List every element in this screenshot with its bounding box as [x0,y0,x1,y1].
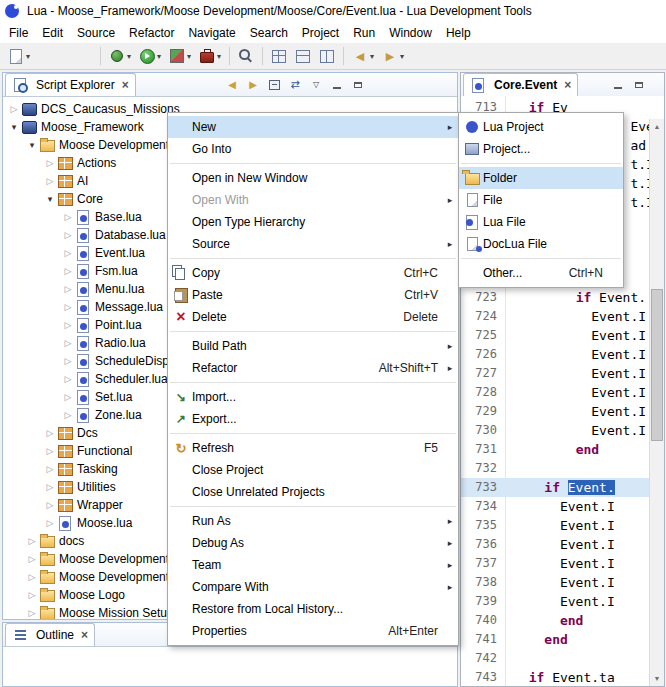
menu-item-build-path[interactable]: Build Path▸ [168,335,458,357]
menu-item-open-with[interactable]: Open With▸ [168,189,458,211]
collapsed-arrow-icon[interactable]: ▷ [43,500,57,510]
menu-item-copy[interactable]: CopyCtrl+C [168,262,458,284]
collapsed-arrow-icon[interactable]: ▷ [43,518,57,528]
collapsed-arrow-icon[interactable]: ▷ [43,176,57,186]
collapsed-arrow-icon[interactable]: ▷ [61,392,75,402]
menu-item-run-as[interactable]: Run As▸ [168,510,458,532]
close-icon[interactable]: × [564,79,571,91]
collapsed-arrow-icon[interactable]: ▷ [61,266,75,276]
collapsed-arrow-icon[interactable]: ▷ [43,158,57,168]
menubar-window[interactable]: Window [382,23,439,43]
search-button[interactable] [235,45,257,67]
collapsed-arrow-icon[interactable]: ▷ [25,590,39,600]
collapsed-arrow-icon[interactable]: ▷ [25,608,39,618]
code-line-733[interactable]: 733 if Event. [461,478,649,497]
code-line-741[interactable]: 741 end [461,630,649,649]
menu-item-refactor[interactable]: RefactorAlt+Shift+T▸ [168,357,458,379]
menubar-search[interactable]: Search [243,23,295,43]
collapse-all-icon[interactable] [267,78,281,92]
dropdown-arrow-icon[interactable]: ▾ [157,52,161,61]
menu-item-delete[interactable]: DeleteDelete [168,306,458,328]
menu-item-export[interactable]: Export... [168,408,458,430]
view-rows-button[interactable] [292,45,314,67]
menubar-project[interactable]: Project [295,23,346,43]
maximize-icon[interactable] [351,78,365,92]
menu-item-lua-file[interactable]: Lua File [459,211,623,233]
collapsed-arrow-icon[interactable]: ▷ [25,554,39,564]
close-icon[interactable]: × [122,79,129,91]
code-line-724[interactable]: 724 Event.I [461,307,649,326]
expanded-arrow-icon[interactable]: ▾ [7,122,21,132]
collapsed-arrow-icon[interactable]: ▷ [61,212,75,222]
view-menu-icon[interactable] [309,78,323,92]
menu-item-folder[interactable]: Folder [459,167,623,189]
run-button[interactable]: ▾ [136,45,164,67]
code-line-737[interactable]: 737 Event.I [461,554,649,573]
menubar-refactor[interactable]: Refactor [122,23,181,43]
scroll-up-icon[interactable]: ▲ [650,119,664,134]
collapsed-arrow-icon[interactable]: ▷ [43,428,57,438]
code-line-742[interactable]: 742 [461,649,649,668]
menu-item-compare-with[interactable]: Compare With▸ [168,576,458,598]
menu-item-go-into[interactable]: Go Into [168,138,458,160]
close-icon[interactable]: × [81,629,88,641]
collapsed-arrow-icon[interactable]: ▷ [61,338,75,348]
collapsed-arrow-icon[interactable]: ▷ [61,284,75,294]
expanded-arrow-icon[interactable]: ▾ [43,194,57,204]
debug-button[interactable]: ▾ [106,45,134,67]
menubar-navigate[interactable]: Navigate [181,23,242,43]
collapsed-arrow-icon[interactable]: ▷ [61,410,75,420]
menu-item-open-in-new-window[interactable]: Open in New Window [168,167,458,189]
collapsed-arrow-icon[interactable]: ▷ [61,374,75,384]
collapsed-arrow-icon[interactable]: ▷ [61,356,75,366]
dropdown-arrow-icon[interactable]: ▾ [26,52,30,61]
menu-item-properties[interactable]: PropertiesAlt+Enter [168,620,458,642]
tab-outline[interactable]: Outline × [5,623,95,646]
code-line-734[interactable]: 734 Event.I [461,497,649,516]
code-line-723[interactable]: 723 if Event. [461,288,649,307]
menu-item-restore-from-local-history[interactable]: Restore from Local History... [168,598,458,620]
maximize-icon[interactable] [632,78,646,92]
collapsed-arrow-icon[interactable]: ▷ [43,446,57,456]
tab-script-explorer[interactable]: Script Explorer × [5,73,136,96]
minimize-icon[interactable] [330,78,344,92]
code-line-729[interactable]: 729 Event.I [461,402,649,421]
code-line-735[interactable]: 735 Event.I [461,516,649,535]
collapsed-arrow-icon[interactable]: ▷ [43,482,57,492]
menu-item-lua-project[interactable]: Lua Project [459,116,623,138]
code-line-730[interactable]: 730 Event.I [461,421,649,440]
code-line-731[interactable]: 731 end [461,440,649,459]
code-line-725[interactable]: 725 Event.I [461,326,649,345]
view-cols-button[interactable] [316,45,338,67]
view-grid-button[interactable] [268,45,290,67]
minimize-icon[interactable] [611,78,625,92]
external-tools-button[interactable]: ▾ [196,45,224,67]
code-line-743[interactable]: 743 if Event.ta [461,668,649,686]
back-button[interactable]: ▾ [349,45,377,67]
back-icon[interactable] [225,78,239,92]
expanded-arrow-icon[interactable]: ▾ [25,140,39,150]
scroll-down-icon[interactable]: ▼ [650,671,664,686]
collapsed-arrow-icon[interactable]: ▷ [61,302,75,312]
menu-item-import[interactable]: Import... [168,386,458,408]
collapsed-arrow-icon[interactable]: ▷ [43,464,57,474]
code-line-732[interactable]: 732 [461,459,649,478]
code-line-728[interactable]: 728 Event.I [461,383,649,402]
forward-icon[interactable] [246,78,260,92]
menubar-help[interactable]: Help [439,23,478,43]
code-line-739[interactable]: 739 Event.I [461,592,649,611]
menu-item-doclua-file[interactable]: DocLua File [459,233,623,255]
link-with-editor-icon[interactable] [288,78,302,92]
menu-item-open-type-hierarchy[interactable]: Open Type Hierarchy [168,211,458,233]
code-line-740[interactable]: 740 end [461,611,649,630]
menu-item-file[interactable]: File [459,189,623,211]
menubar-edit[interactable]: Edit [35,23,70,43]
code-line-736[interactable]: 736 Event.I [461,535,649,554]
code-line-726[interactable]: 726 Event.I [461,345,649,364]
code-line-738[interactable]: 738 Event.I [461,573,649,592]
menubar-source[interactable]: Source [70,23,122,43]
menu-item-refresh[interactable]: RefreshF5 [168,437,458,459]
dropdown-arrow-icon[interactable]: ▾ [187,52,191,61]
forward-button[interactable]: ▾ [379,45,407,67]
collapsed-arrow-icon[interactable]: ▷ [7,104,21,114]
